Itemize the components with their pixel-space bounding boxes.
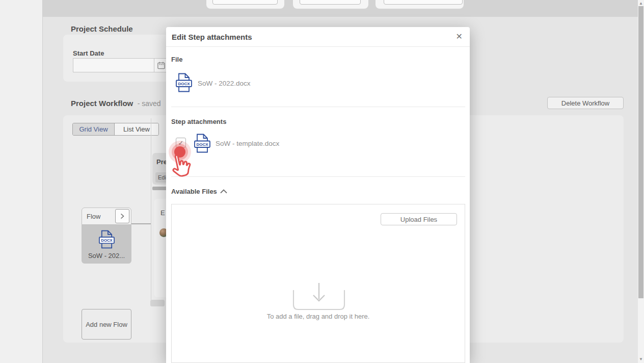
attachments-section-label: Step attachments [171,118,226,125]
flow-card[interactable]: Flow DOCX SoW - 202... [82,208,131,264]
attachment-row: ✓ DOCX SoW - template.docx [166,133,470,155]
tab-grid-view[interactable]: Grid View [73,123,114,135]
project-workflow-heading: Project Workflow - saved [71,99,161,108]
flow-expand-button[interactable] [115,209,129,223]
top-card-button[interactable] [384,0,463,5]
available-files-label: Available Files [171,188,217,195]
chevron-up-icon[interactable] [219,188,228,194]
edit-step-attachments-modal: Edit Step attachments ✕ File DOCX SoW - … [166,27,470,363]
upload-files-button[interactable]: Upload Files [381,213,457,225]
scroll-down-icon[interactable]: ▼ [638,357,644,362]
step-card-bottom-chip[interactable] [150,300,165,306]
page-left-margin [0,0,42,363]
delete-workflow-button[interactable]: Delete Workflow [547,97,624,109]
svg-text:DOCX: DOCX [101,238,113,243]
attachment-file-name: SoW - template.docx [216,140,279,147]
section-divider [171,107,465,107]
flow-card-body: DOCX SoW - 202... [82,225,131,264]
start-date-input-group [73,58,169,72]
project-schedule-title: Project Schedule [71,24,133,33]
section-divider [171,176,465,177]
file-section-label: File [171,56,182,63]
scroll-up-icon[interactable]: ▲ [638,1,644,6]
available-files-panel: Upload Files To add a file, drag and dro… [171,204,465,363]
flow-card-title: Flow [87,213,115,220]
top-card-button[interactable] [212,0,278,5]
start-date-label: Start Date [73,49,104,57]
flow-connector-line [131,223,151,224]
tab-list-view[interactable]: List View [114,123,158,135]
scrollbar-thumb[interactable] [638,6,643,298]
svg-text:DOCX: DOCX [196,142,208,147]
svg-text:DOCX: DOCX [178,82,190,86]
drop-zone-icon [292,282,345,310]
drop-zone-text: To add a file, drag and drop it here. [172,313,465,320]
close-icon[interactable]: ✕ [456,32,463,41]
step-group-label: Pre [156,158,167,166]
view-tabs: Grid View List View [72,123,159,136]
modal-header: Edit Step attachments [166,27,470,47]
chevron-right-icon [120,213,124,219]
app-screen: Project Schedule Start Date Project Work… [0,0,644,363]
top-card-button[interactable] [300,0,361,5]
project-workflow-title: Project Workflow [71,99,133,108]
calendar-icon [157,61,166,70]
docx-file-icon: DOCX [99,230,115,249]
add-new-flow-button[interactable]: Add new Flow [82,309,131,340]
grid-column-line [151,118,151,300]
docx-file-icon: DOCX [176,73,192,92]
start-date-input[interactable] [73,59,154,72]
flow-card-header: Flow [82,208,131,225]
workflow-saved-status: - saved [138,99,161,108]
file-name: SoW - 2022.docx [198,80,251,87]
flow-file-name: SoW - 202... [82,252,131,260]
modal-title: Edit Step attachments [172,33,252,41]
docx-file-icon: DOCX [194,134,210,153]
step-card-label: E [160,209,165,217]
